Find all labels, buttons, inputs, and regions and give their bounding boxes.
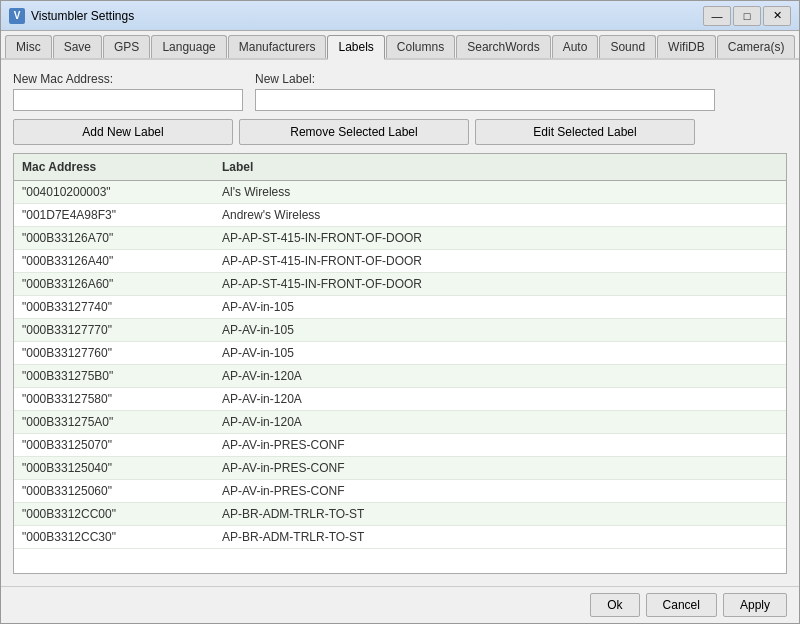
table-row[interactable]: "000B33126A40" AP-AP-ST-415-IN-FRONT-OF-… [14, 250, 786, 273]
table-row[interactable]: "000B33125060" AP-AV-in-PRES-CONF [14, 480, 786, 503]
new-label-label: New Label: [255, 72, 715, 86]
bottom-bar: Ok Cancel Apply [1, 586, 799, 623]
title-bar-buttons: — □ ✕ [703, 6, 791, 26]
app-icon: V [9, 8, 25, 24]
tab-auto[interactable]: Auto [552, 35, 599, 58]
buttons-row: Add New Label Remove Selected Label Edit… [13, 119, 787, 145]
cell-label: AP-AV-in-105 [214, 322, 786, 338]
table-row[interactable]: "000B33126A60" AP-AP-ST-415-IN-FRONT-OF-… [14, 273, 786, 296]
maximize-button[interactable]: □ [733, 6, 761, 26]
cell-label: AP-AP-ST-415-IN-FRONT-OF-DOOR [214, 230, 786, 246]
cell-label: AP-AV-in-PRES-CONF [214, 483, 786, 499]
tab-gps[interactable]: GPS [103, 35, 150, 58]
table-row[interactable]: "004010200003" Al's Wireless [14, 181, 786, 204]
cell-mac: "000B331275A0" [14, 414, 214, 430]
cell-label: Al's Wireless [214, 184, 786, 200]
tab-searchwords[interactable]: SearchWords [456, 35, 550, 58]
main-window: V Vistumbler Settings — □ ✕ Misc Save GP… [0, 0, 800, 624]
cell-mac: "000B3312CC30" [14, 529, 214, 545]
cell-mac: "000B3312CC00" [14, 506, 214, 522]
cell-mac: "000B331275B0" [14, 368, 214, 384]
ok-button[interactable]: Ok [590, 593, 639, 617]
cell-mac: "000B33127770" [14, 322, 214, 338]
cell-label: AP-AP-ST-415-IN-FRONT-OF-DOOR [214, 253, 786, 269]
mac-address-input[interactable] [13, 89, 243, 111]
tab-wifidb[interactable]: WifiDB [657, 35, 716, 58]
cell-mac: "000B33125070" [14, 437, 214, 453]
cell-mac: "000B33126A40" [14, 253, 214, 269]
table-header: Mac Address Label [14, 154, 786, 181]
tabs-bar: Misc Save GPS Language Manufacturers Lab… [1, 31, 799, 60]
mac-address-group: New Mac Address: [13, 72, 243, 111]
form-row: New Mac Address: New Label: [13, 72, 787, 111]
table-row[interactable]: "000B331275A0" AP-AV-in-120A [14, 411, 786, 434]
table-row[interactable]: "000B331275B0" AP-AV-in-120A [14, 365, 786, 388]
cell-label: AP-AV-in-120A [214, 391, 786, 407]
cell-mac: "000B33127740" [14, 299, 214, 315]
tab-manufacturers[interactable]: Manufacturers [228, 35, 327, 58]
cell-mac: "000B33126A70" [14, 230, 214, 246]
table-row[interactable]: "000B3312CC30" AP-BR-ADM-TRLR-TO-ST [14, 526, 786, 549]
minimize-button[interactable]: — [703, 6, 731, 26]
table-row[interactable]: "001D7E4A98F3" Andrew's Wireless [14, 204, 786, 227]
cell-mac: "000B33126A60" [14, 276, 214, 292]
new-label-input[interactable] [255, 89, 715, 111]
cell-label: AP-BR-ADM-TRLR-TO-ST [214, 529, 786, 545]
tab-language[interactable]: Language [151, 35, 226, 58]
edit-selected-label-button[interactable]: Edit Selected Label [475, 119, 695, 145]
apply-button[interactable]: Apply [723, 593, 787, 617]
table-row[interactable]: "000B33127770" AP-AV-in-105 [14, 319, 786, 342]
cell-label: AP-AV-in-PRES-CONF [214, 437, 786, 453]
cell-mac: "000B33127760" [14, 345, 214, 361]
labels-table: Mac Address Label "004010200003" Al's Wi… [13, 153, 787, 574]
close-button[interactable]: ✕ [763, 6, 791, 26]
tab-columns[interactable]: Columns [386, 35, 455, 58]
col-header-mac: Mac Address [14, 158, 214, 176]
cancel-button[interactable]: Cancel [646, 593, 717, 617]
content-area: New Mac Address: New Label: Add New Labe… [1, 60, 799, 586]
tab-sound[interactable]: Sound [599, 35, 656, 58]
col-header-label: Label [214, 158, 786, 176]
cell-label: AP-AV-in-105 [214, 299, 786, 315]
table-row[interactable]: "000B33126A70" AP-AP-ST-415-IN-FRONT-OF-… [14, 227, 786, 250]
window-title: Vistumbler Settings [31, 9, 703, 23]
table-row[interactable]: "000B33125040" AP-AV-in-PRES-CONF [14, 457, 786, 480]
table-row[interactable]: "000B3312CC00" AP-BR-ADM-TRLR-TO-ST [14, 503, 786, 526]
title-bar: V Vistumbler Settings — □ ✕ [1, 1, 799, 31]
add-new-label-button[interactable]: Add New Label [13, 119, 233, 145]
cell-mac: "001D7E4A98F3" [14, 207, 214, 223]
tab-misc[interactable]: Misc [5, 35, 52, 58]
cell-mac: "000B33125060" [14, 483, 214, 499]
cell-label: AP-AV-in-105 [214, 345, 786, 361]
cell-label: Andrew's Wireless [214, 207, 786, 223]
table-row[interactable]: "000B33125070" AP-AV-in-PRES-CONF [14, 434, 786, 457]
table-row[interactable]: "000B33127740" AP-AV-in-105 [14, 296, 786, 319]
cell-label: AP-AP-ST-415-IN-FRONT-OF-DOOR [214, 276, 786, 292]
cell-label: AP-BR-ADM-TRLR-TO-ST [214, 506, 786, 522]
cell-mac: "004010200003" [14, 184, 214, 200]
tab-save[interactable]: Save [53, 35, 102, 58]
tab-labels[interactable]: Labels [327, 35, 384, 60]
cell-mac: "000B33125040" [14, 460, 214, 476]
table-row[interactable]: "000B33127760" AP-AV-in-105 [14, 342, 786, 365]
remove-selected-label-button[interactable]: Remove Selected Label [239, 119, 469, 145]
mac-address-label: New Mac Address: [13, 72, 243, 86]
tab-cameras[interactable]: Camera(s) [717, 35, 796, 58]
table-body[interactable]: "004010200003" Al's Wireless "001D7E4A98… [14, 181, 786, 573]
cell-label: AP-AV-in-120A [214, 368, 786, 384]
cell-label: AP-AV-in-PRES-CONF [214, 460, 786, 476]
cell-label: AP-AV-in-120A [214, 414, 786, 430]
table-row[interactable]: "000B33127580" AP-AV-in-120A [14, 388, 786, 411]
cell-mac: "000B33127580" [14, 391, 214, 407]
new-label-group: New Label: [255, 72, 715, 111]
